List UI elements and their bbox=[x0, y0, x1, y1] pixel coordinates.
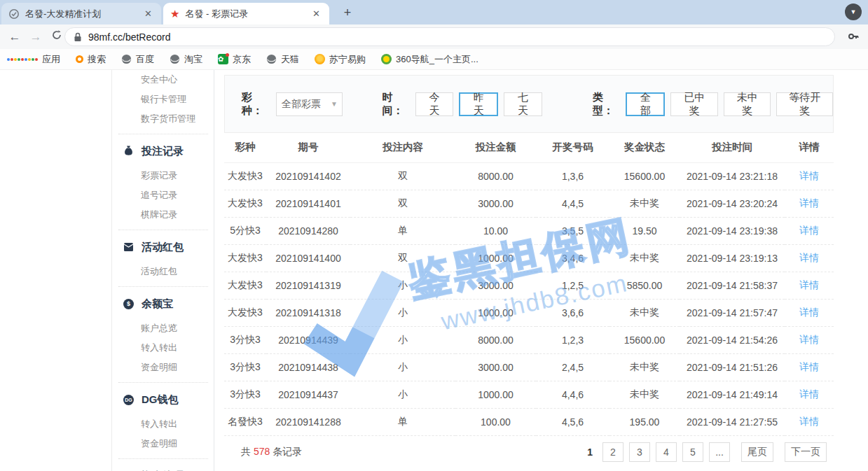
cell-content: 双 bbox=[350, 190, 455, 217]
last-page-button[interactable]: 尾页 bbox=[741, 442, 773, 462]
key-icon[interactable] bbox=[847, 30, 860, 45]
table-header-row: 彩种 期号 投注内容 投注金额 开奖号码 奖金状态 投注时间 详情 bbox=[224, 133, 834, 162]
sidebar-item-security-center[interactable]: 安全中心 bbox=[113, 70, 214, 90]
sidebar-item-transfer-in-out[interactable]: 转入转出 bbox=[113, 338, 214, 358]
detail-link[interactable]: 详情 bbox=[785, 190, 834, 217]
cell-amount: 8000.00 bbox=[455, 162, 536, 190]
type-filter-pending[interactable]: 等待开奖 bbox=[776, 92, 833, 116]
detail-link[interactable]: 详情 bbox=[785, 408, 834, 435]
detail-link[interactable]: 详情 bbox=[785, 299, 834, 326]
cell-amount: 3000.00 bbox=[455, 272, 536, 299]
bookmark-search[interactable]: 搜索 bbox=[76, 53, 106, 66]
browser-tab-plan[interactable]: 名發-大发精准计划 ✕ bbox=[1, 3, 161, 24]
cell-numbers: 3,6,6 bbox=[536, 299, 609, 326]
sidebar-item-lottery-records[interactable]: 彩票记录 bbox=[113, 166, 214, 185]
cell-issue: 202109141401 bbox=[266, 190, 350, 217]
table-row: 大发快3 202109141402 双 8000.00 1,3,6 15600.… bbox=[224, 162, 834, 190]
sidebar-section-funds-management[interactable]: 资金管理 bbox=[113, 464, 214, 471]
detail-link[interactable]: 详情 bbox=[785, 272, 834, 299]
bookmark-label: 搜索 bbox=[88, 53, 106, 66]
bookmark-apps[interactable]: 应用 bbox=[7, 53, 60, 66]
detail-link[interactable]: 详情 bbox=[785, 381, 834, 408]
sidebar-section-yuebao[interactable]: $ 余额宝 bbox=[113, 292, 214, 316]
cell-status: 15600.00 bbox=[609, 326, 680, 353]
type-filter-lost[interactable]: 未中奖 bbox=[724, 92, 771, 116]
globe-icon bbox=[121, 54, 132, 64]
page-left-margin bbox=[0, 70, 112, 471]
total-count: 578 bbox=[254, 446, 270, 457]
bookmark-tmall[interactable]: 天猫 bbox=[266, 53, 299, 66]
bookmarks-bar: 应用 搜索 百度 淘宝 ✿ 京东 天猫 苏宁易购 360导航_一个主页... bbox=[0, 49, 868, 70]
cell-lottery: 名發快3 bbox=[224, 408, 266, 435]
sidebar-item-activity-redpacket[interactable]: 活动红包 bbox=[113, 262, 214, 281]
sidebar-section-bet-records[interactable]: 投注记录 bbox=[113, 139, 214, 163]
page-2-button[interactable]: 2 bbox=[602, 442, 624, 462]
tab-favicon-circle-check-icon bbox=[8, 8, 20, 20]
cell-content: 小 bbox=[350, 381, 455, 408]
col-numbers: 开奖号码 bbox=[536, 133, 609, 162]
table-row: 3分快3 20210914437 小 1000.00 4,4,6 未中奖 202… bbox=[224, 381, 834, 408]
type-filter-all[interactable]: 全部 bbox=[626, 92, 665, 116]
bookmark-jd[interactable]: ✿ 京东 bbox=[218, 53, 251, 66]
cell-content: 小 bbox=[350, 326, 455, 353]
tab-search-button[interactable]: ▼ bbox=[845, 3, 862, 20]
col-time: 投注时间 bbox=[680, 133, 785, 162]
cell-amount: 8000.00 bbox=[455, 326, 536, 353]
bookmark-suning[interactable]: 苏宁易购 bbox=[315, 53, 366, 66]
sidebar-item-board-game-records[interactable]: 棋牌记录 bbox=[113, 205, 214, 225]
table-row: 5分快3 20210914280 单 10.00 3,5,5 19.50 202… bbox=[224, 217, 834, 244]
col-status: 奖金状态 bbox=[609, 133, 680, 162]
360-nav-icon bbox=[381, 54, 392, 64]
detail-link[interactable]: 详情 bbox=[785, 162, 834, 190]
sidebar-item-dg-transfer[interactable]: 转入转出 bbox=[113, 414, 214, 434]
type-filter-label: 类型： bbox=[593, 91, 620, 118]
bookmark-taobao[interactable]: 淘宝 bbox=[170, 53, 202, 66]
bookmark-baidu[interactable]: 百度 bbox=[121, 53, 154, 66]
search-ring-icon bbox=[76, 55, 83, 63]
next-page-button[interactable]: 下一页 bbox=[785, 442, 827, 462]
type-filter-won[interactable]: 已中奖 bbox=[670, 92, 717, 116]
page-5-button[interactable]: 5 bbox=[682, 442, 703, 462]
moneybag-icon bbox=[123, 146, 135, 157]
cell-status: 未中奖 bbox=[609, 381, 680, 408]
detail-link[interactable]: 详情 bbox=[785, 353, 834, 381]
table-row: 3分快3 20210914438 小 3000.00 2,4,5 未中奖 202… bbox=[224, 353, 834, 381]
sidebar-item-dg-fund-details[interactable]: 资金明细 bbox=[113, 434, 214, 454]
reload-button[interactable] bbox=[49, 29, 64, 45]
page-4-button[interactable]: 4 bbox=[656, 442, 677, 462]
browser-tab-bet-record[interactable]: ★ 名發 - 彩票记录 ✕ bbox=[163, 3, 329, 24]
cell-amount: 1000.00 bbox=[455, 244, 536, 272]
cell-numbers: 4,4,6 bbox=[536, 381, 609, 408]
sidebar-section-dg-wallet[interactable]: DG DG钱包 bbox=[113, 388, 214, 412]
chevron-down-icon: ▼ bbox=[331, 100, 338, 108]
sidebar-item-bank-card[interactable]: 银行卡管理 bbox=[113, 90, 214, 109]
address-bar[interactable]: 98mf.cc/betRecord bbox=[64, 27, 835, 46]
table-row: 3分快3 20210914439 小 8000.00 1,2,3 15600.0… bbox=[224, 326, 834, 353]
jd-flower-icon: ✿ bbox=[218, 54, 228, 64]
url-text: 98mf.cc/betRecord bbox=[88, 31, 171, 43]
detail-link[interactable]: 详情 bbox=[785, 326, 834, 353]
sidebar-item-digital-currency[interactable]: 数字货币管理 bbox=[113, 109, 214, 129]
browser-tab-bar: 名發-大发精准计划 ✕ ★ 名發 - 彩票记录 ✕ + ▼ bbox=[0, 0, 868, 24]
detail-link[interactable]: 详情 bbox=[785, 217, 834, 244]
tab-close-icon[interactable]: ✕ bbox=[310, 8, 322, 19]
forward-button[interactable]: → bbox=[28, 29, 43, 45]
yuebao-icon: $ bbox=[123, 298, 135, 310]
cell-time: 2021-09-14 21:57:47 bbox=[680, 299, 785, 326]
time-filter-today[interactable]: 今天 bbox=[415, 92, 453, 116]
sidebar-item-account-overview[interactable]: 账户总览 bbox=[113, 318, 214, 338]
sidebar-section-label: 余额宝 bbox=[142, 297, 173, 311]
new-tab-button[interactable]: + bbox=[339, 5, 356, 22]
tab-close-icon[interactable]: ✕ bbox=[142, 8, 154, 19]
sidebar-item-chase-records[interactable]: 追号记录 bbox=[113, 185, 214, 205]
back-button[interactable]: ← bbox=[7, 29, 22, 45]
page-3-button[interactable]: 3 bbox=[629, 442, 650, 462]
sidebar-item-fund-details[interactable]: 资金明细 bbox=[113, 358, 214, 377]
time-filter-yesterday[interactable]: 昨天 bbox=[459, 92, 498, 116]
bookmark-360nav[interactable]: 360导航_一个主页... bbox=[381, 53, 478, 66]
page-ellipsis-button[interactable]: ... bbox=[709, 442, 730, 462]
lottery-select[interactable]: 全部彩票 ▼ bbox=[276, 92, 343, 116]
sidebar-section-activity-redpacket[interactable]: 活动红包 bbox=[113, 235, 214, 259]
time-filter-seven-days[interactable]: 七天 bbox=[504, 92, 542, 116]
detail-link[interactable]: 详情 bbox=[785, 244, 834, 272]
